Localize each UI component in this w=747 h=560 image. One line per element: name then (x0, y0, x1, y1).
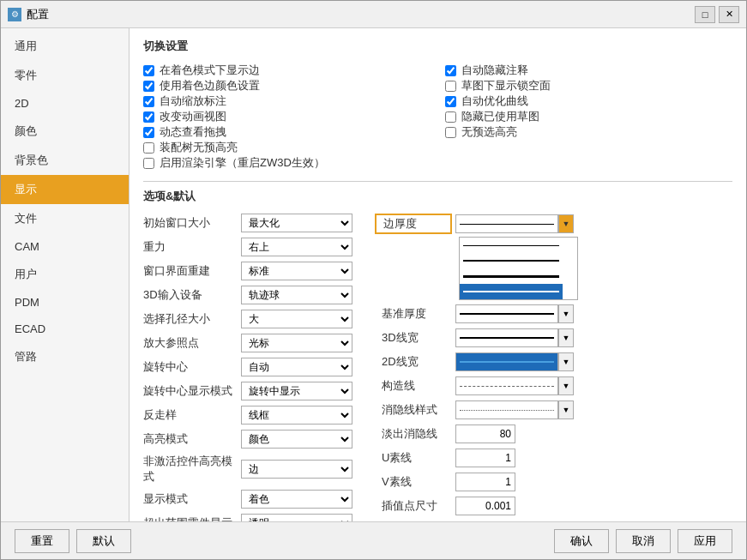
line-dropdown-arrow4[interactable]: ▼ (558, 352, 574, 371)
checkbox-show-lock: 草图下显示锁空面 (445, 78, 733, 93)
line-dropdown-arrow2[interactable]: ▼ (558, 304, 574, 323)
select-3d-input[interactable]: 轨迹球 (241, 286, 352, 304)
setting-select-aperture: 选择孔径大小 大 (143, 307, 375, 331)
checkbox-use-color-input[interactable] (143, 81, 154, 92)
select-out-range[interactable]: 透明 (241, 514, 352, 521)
checkbox-change-anim: 改变动画视图 (143, 109, 431, 124)
construction-line-control: ▼ (455, 376, 574, 395)
checkbox-no-preselect-input[interactable] (445, 127, 456, 138)
setting-zoom-ref: 放大参照点 光标 (143, 331, 375, 355)
select-aperture[interactable]: 大 (241, 310, 352, 328)
checkbox-auto-optimize-input[interactable] (445, 96, 456, 107)
sidebar-item-yanse[interactable]: 颜色 (1, 117, 129, 146)
content-area: 切换设置 在着色模式下显示边 使用着色边颜色设置 自动缩放标注 (130, 28, 746, 521)
main-content: 通用 零件 2D 颜色 背景色 显示 文件 CAM 用户 PDM ECAD 管路… (1, 28, 746, 521)
line-thick-control: ▼ (455, 214, 574, 233)
app-icon: ⚙ (8, 8, 21, 21)
checkbox-no-preselect: 无预选高亮 (445, 124, 733, 140)
setting-rotate-center: 旋转中心 自动 (143, 355, 375, 379)
setting-3d-input: 3D输入设备 轨迹球 (143, 283, 375, 307)
checkbox-show-edge: 在着色模式下显示边 (143, 63, 431, 78)
select-rotate-display[interactable]: 旋转中显示 (241, 382, 352, 400)
switch-settings-title: 切换设置 (143, 39, 732, 56)
cancel-button[interactable]: 取消 (616, 529, 671, 553)
sidebar-item-cam[interactable]: CAM (1, 233, 129, 260)
checkbox-auto-hide-note-input[interactable] (445, 65, 456, 76)
setting-display-mode: 显示模式 着色 (143, 487, 375, 511)
apply-button[interactable]: 应用 (678, 529, 732, 553)
select-initial-window[interactable]: 最大化 (241, 214, 352, 232)
checkbox-no-highlight: 装配树无预高亮 (143, 140, 431, 155)
default-button[interactable]: 默认 (76, 529, 131, 553)
hidden-line-style-control: ▼ (455, 400, 574, 419)
select-highlight-mode[interactable]: 颜色 (241, 430, 352, 449)
line-preview-thick2[interactable] (455, 304, 558, 323)
checkbox-no-highlight-input[interactable] (143, 142, 154, 154)
checkbox-dynamic-view-input[interactable] (143, 127, 154, 138)
title-bar-left: ⚙ 配置 (8, 7, 49, 22)
line-option-2[interactable] (460, 253, 563, 268)
select-window-rebuild[interactable]: 标准 (241, 262, 352, 280)
footer-left: 重置 默认 (15, 529, 131, 553)
select-display-mode[interactable]: 着色 (241, 490, 352, 509)
checkbox-show-edge-input[interactable] (143, 65, 154, 76)
line-preview-hidden[interactable] (455, 400, 558, 419)
setting-inactive-highlight: 非激活控件高亮模式 边 (143, 451, 375, 487)
restore-button[interactable]: □ (695, 6, 715, 23)
checkbox-auto-scale: 自动缩放标注 (143, 93, 431, 109)
select-inactive-highlight[interactable]: 边 (241, 460, 352, 479)
line-dropdown-arrow5[interactable]: ▼ (558, 376, 574, 395)
close-button[interactable]: ✕ (719, 6, 739, 23)
sidebar-item-lingjian[interactable]: 零件 (1, 61, 129, 90)
checkbox-hide-used-sketch: 隐藏已使用草图 (445, 109, 733, 124)
input-interp-size[interactable] (455, 497, 515, 515)
confirm-button[interactable]: 确认 (554, 529, 609, 553)
line-option-4-selected[interactable] (460, 284, 563, 299)
line-thick-control2: ▼ (455, 304, 574, 323)
select-zoom-ref[interactable]: 光标 (241, 334, 352, 352)
line-options-container (459, 237, 578, 300)
line-option-3[interactable] (460, 268, 563, 284)
setting-window-rebuild: 窗口界面重建 标准 (143, 259, 375, 283)
reset-button[interactable]: 重置 (15, 529, 69, 553)
input-v-line[interactable] (455, 473, 515, 491)
line-opt-2 (463, 260, 559, 262)
sidebar-item-xianshi[interactable]: 显示 (1, 175, 129, 204)
sidebar-item-beijingse[interactable]: 背景色 (1, 146, 129, 175)
line-dropdown-arrow[interactable]: ▼ (558, 214, 574, 233)
checkbox-change-anim-input[interactable] (143, 111, 154, 123)
sidebar-item-wenjian[interactable]: 文件 (1, 204, 129, 233)
select-gravity[interactable]: 右上 (241, 238, 352, 256)
select-rotate-center[interactable]: 自动 (241, 358, 352, 376)
checkbox-auto-optimize: 自动优化曲线 (445, 93, 733, 109)
setting-gravity: 重力 右上 (143, 235, 375, 259)
line-hidden (460, 410, 554, 411)
line-preview-thick1[interactable] (455, 214, 558, 233)
line-preview-2d[interactable] (455, 352, 558, 371)
line-dropdown-arrow6[interactable]: ▼ (558, 400, 574, 419)
line-dropdown-arrow3[interactable]: ▼ (558, 328, 574, 347)
sidebar-item-tongyong[interactable]: 通用 (1, 32, 129, 61)
checkbox-render-engine-input[interactable] (143, 158, 154, 169)
sidebar: 通用 零件 2D 颜色 背景色 显示 文件 CAM 用户 PDM ECAD 管路 (1, 28, 130, 521)
sidebar-item-yonghu[interactable]: 用户 (1, 260, 129, 289)
sidebar-item-pdm[interactable]: PDM (1, 289, 129, 316)
checkbox-col-right: 自动隐藏注释 草图下显示锁空面 自动优化曲线 隐藏已使用草图 (445, 63, 733, 171)
checkbox-hide-used-sketch-input[interactable] (445, 111, 456, 123)
input-u-line[interactable] (455, 449, 515, 467)
line-preview-construction[interactable] (455, 376, 558, 395)
input-fade-hidden[interactable] (455, 425, 515, 443)
select-anti-alias[interactable]: 线框 (241, 406, 352, 425)
checkbox-auto-scale-input[interactable] (143, 96, 154, 107)
sidebar-item-2d[interactable]: 2D (1, 90, 129, 117)
options-defaults-title: 选项&默认 (143, 189, 732, 204)
line-option-1[interactable] (460, 238, 563, 253)
setting-construction-line: 构造线 ▼ (375, 374, 732, 398)
line-preview-3d[interactable] (455, 328, 558, 347)
checkbox-show-lock-input[interactable] (445, 81, 456, 92)
sidebar-item-ecad[interactable]: ECAD (1, 316, 129, 342)
setting-base-thickness: 基准厚度 ▼ (375, 302, 732, 326)
setting-highlight-mode: 高亮模式 颜色 (143, 427, 375, 451)
setting-out-range: 超出范围零件显示 透明 (143, 511, 375, 521)
sidebar-item-guanlu[interactable]: 管路 (1, 342, 129, 371)
